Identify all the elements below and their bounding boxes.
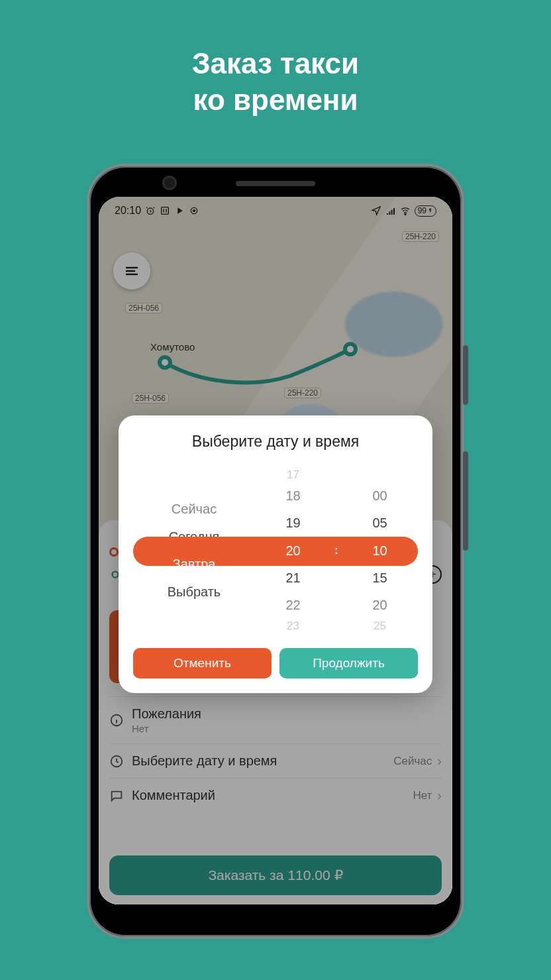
phone-speaker <box>236 181 315 186</box>
svg-point-5 <box>193 210 195 212</box>
comment-label: Комментарий <box>132 788 215 803</box>
play-icon <box>174 205 185 216</box>
picker-separator: : <box>331 468 342 633</box>
svg-point-6 <box>405 213 406 215</box>
chevron-right-icon: › <box>437 788 442 803</box>
comment-row[interactable]: Комментарий Нет › <box>109 778 442 812</box>
comment-icon <box>109 789 124 803</box>
picker-minute-column[interactable]: 00 05 10 15 20 25 <box>342 468 418 633</box>
status-time: 20:10 <box>115 205 141 217</box>
menu-button[interactable] <box>113 252 150 290</box>
picker-hour-column[interactable]: 17 18 19 20 21 22 23 <box>255 468 331 633</box>
order-button[interactable]: Заказать за 110.00 ₽ <box>109 855 442 895</box>
target-icon <box>189 205 199 216</box>
datetime-picker[interactable]: Сейчас Сегодня Завтра Выбрать 17 18 19 2… <box>133 468 418 633</box>
phone-side-button <box>463 345 468 405</box>
phone-camera <box>162 176 177 190</box>
phone-side-button <box>463 451 468 551</box>
battery-indicator: 99 <box>415 205 436 217</box>
svg-point-0 <box>160 357 170 368</box>
modal-title: Выберите дату и время <box>133 433 418 451</box>
road-label: 25Н-056 <box>125 303 162 313</box>
datetime-row[interactable]: Выберите дату и время Сейчас › <box>109 743 442 778</box>
phone-screen: 25Н-056 25Н-056 25Н-220 25Н-220 Хомутово… <box>99 197 452 904</box>
info-icon <box>109 713 124 728</box>
wishes-row[interactable]: Пожелания Нет <box>109 696 442 743</box>
phone-frame: 25Н-056 25Н-056 25Н-220 25Н-220 Хомутово… <box>87 164 464 939</box>
wishes-value: Нет <box>132 723 201 734</box>
wishes-label: Пожелания <box>132 706 201 721</box>
signal-icon <box>385 205 396 216</box>
chevron-right-icon: › <box>437 753 442 769</box>
svg-point-1 <box>345 344 356 354</box>
status-bar: 20:10 99 <box>99 197 452 225</box>
svg-rect-3 <box>162 207 169 215</box>
alarm-icon <box>145 205 156 216</box>
location-arrow-icon <box>371 205 381 216</box>
menu-icon <box>124 263 140 279</box>
promo-title: Заказ такси ко времени <box>0 45 551 118</box>
datetime-label: Выберите дату и время <box>132 753 277 769</box>
clock-icon <box>109 754 124 769</box>
road-label: 25Н-220 <box>402 231 439 242</box>
comment-value: Нет <box>413 789 432 802</box>
map-route <box>158 343 357 382</box>
continue-button[interactable]: Продолжить <box>279 648 418 679</box>
datetime-value: Сейчас <box>393 755 432 768</box>
cancel-button[interactable]: Отменить <box>133 648 272 679</box>
svg-point-7 <box>113 572 119 578</box>
wifi-icon <box>400 205 411 216</box>
picker-day-column[interactable]: Сейчас Сегодня Завтра Выбрать <box>133 468 255 633</box>
pickup-dot-icon <box>109 547 119 557</box>
datetime-picker-modal: Выберите дату и время Сейчас Сегодня Зав… <box>119 415 432 693</box>
nfc-icon <box>160 205 170 216</box>
